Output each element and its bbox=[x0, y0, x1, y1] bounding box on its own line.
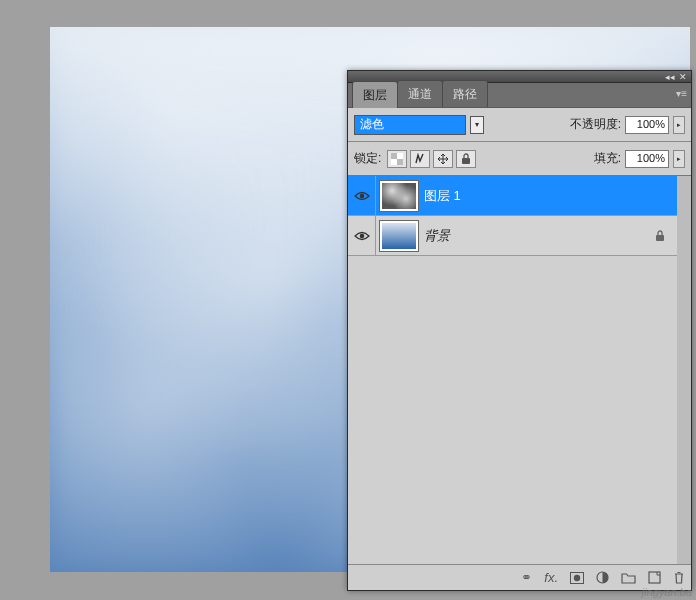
visibility-toggle[interactable] bbox=[348, 176, 376, 215]
fill-label: 填充: bbox=[594, 150, 621, 167]
layers-panel: ◂◂ ✕ 图层 通道 路径 ▾≡ 滤色 ▾ 不透明度: 100% ▸ 锁定: bbox=[347, 70, 692, 591]
eye-icon bbox=[354, 230, 370, 242]
svg-point-9 bbox=[574, 574, 580, 580]
layer-thumbnail[interactable] bbox=[380, 221, 418, 251]
scroll-up-icon[interactable]: ▴ bbox=[677, 176, 691, 190]
lock-pixels-icon[interactable] bbox=[410, 150, 430, 168]
lock-label: 锁定: bbox=[354, 150, 381, 167]
tab-layers[interactable]: 图层 bbox=[352, 81, 398, 108]
svg-rect-7 bbox=[656, 235, 664, 241]
opacity-input[interactable]: 100% bbox=[625, 116, 669, 134]
visibility-toggle[interactable] bbox=[348, 216, 376, 255]
panel-tabs: 图层 通道 路径 ▾≡ bbox=[348, 83, 691, 108]
layer-effects-icon[interactable]: fx. bbox=[544, 570, 558, 585]
lock-icon bbox=[655, 230, 665, 242]
opacity-label: 不透明度: bbox=[570, 116, 621, 133]
new-layer-icon[interactable] bbox=[648, 571, 661, 584]
fill-slider-icon[interactable]: ▸ bbox=[673, 150, 685, 168]
collapse-icon[interactable]: ◂◂ bbox=[665, 72, 675, 82]
svg-point-5 bbox=[359, 193, 364, 198]
new-group-icon[interactable] bbox=[621, 572, 636, 584]
blend-opacity-row: 滤色 ▾ 不透明度: 100% ▸ bbox=[348, 108, 691, 142]
blend-mode-select[interactable]: 滤色 bbox=[354, 115, 466, 135]
layer-row[interactable]: 图层 1 bbox=[348, 176, 677, 216]
link-layers-icon[interactable]: ⚭ bbox=[521, 570, 532, 585]
lock-fill-row: 锁定: 填充: 100% ▸ bbox=[348, 142, 691, 176]
lock-all-icon[interactable] bbox=[456, 150, 476, 168]
svg-rect-11 bbox=[649, 572, 660, 583]
panel-footer: ⚭ fx. bbox=[348, 564, 691, 590]
layer-name[interactable]: 图层 1 bbox=[424, 187, 655, 205]
opacity-slider-icon[interactable]: ▸ bbox=[673, 116, 685, 134]
delete-layer-icon[interactable] bbox=[673, 571, 685, 584]
svg-rect-2 bbox=[397, 153, 403, 159]
svg-rect-0 bbox=[391, 153, 397, 159]
layer-lock-indicator bbox=[655, 230, 677, 242]
layer-name[interactable]: 背景 bbox=[424, 227, 655, 245]
svg-rect-1 bbox=[397, 159, 403, 165]
lock-position-icon[interactable] bbox=[433, 150, 453, 168]
fill-input[interactable]: 100% bbox=[625, 150, 669, 168]
lock-buttons bbox=[387, 150, 476, 168]
svg-rect-4 bbox=[462, 158, 470, 164]
panel-flyout-menu-icon[interactable]: ▾≡ bbox=[676, 88, 687, 99]
svg-rect-3 bbox=[391, 159, 397, 165]
layer-thumbnail[interactable] bbox=[380, 181, 418, 211]
tab-paths[interactable]: 路径 bbox=[442, 80, 488, 107]
close-icon[interactable]: ✕ bbox=[679, 72, 687, 82]
scroll-down-icon[interactable]: ▾ bbox=[677, 550, 691, 564]
blend-mode-dropdown-icon[interactable]: ▾ bbox=[470, 116, 484, 134]
tab-channels[interactable]: 通道 bbox=[397, 80, 443, 107]
adjustment-layer-icon[interactable] bbox=[596, 571, 609, 584]
svg-point-6 bbox=[359, 233, 364, 238]
add-mask-icon[interactable] bbox=[570, 572, 584, 584]
layer-row[interactable]: 背景 bbox=[348, 216, 677, 256]
eye-icon bbox=[354, 190, 370, 202]
lock-transparency-icon[interactable] bbox=[387, 150, 407, 168]
layer-list: ▴ 图层 1 背景 ▾ bbox=[348, 176, 691, 564]
